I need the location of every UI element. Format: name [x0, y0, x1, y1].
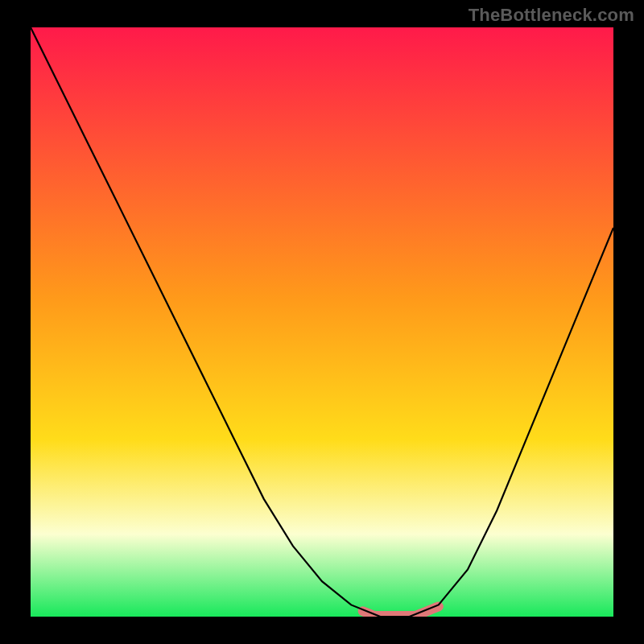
bottleneck-chart	[0, 0, 644, 644]
watermark-text: TheBottleneck.com	[469, 5, 634, 26]
chart-frame: TheBottleneck.com	[0, 0, 644, 644]
gradient-background	[31, 27, 613, 617]
